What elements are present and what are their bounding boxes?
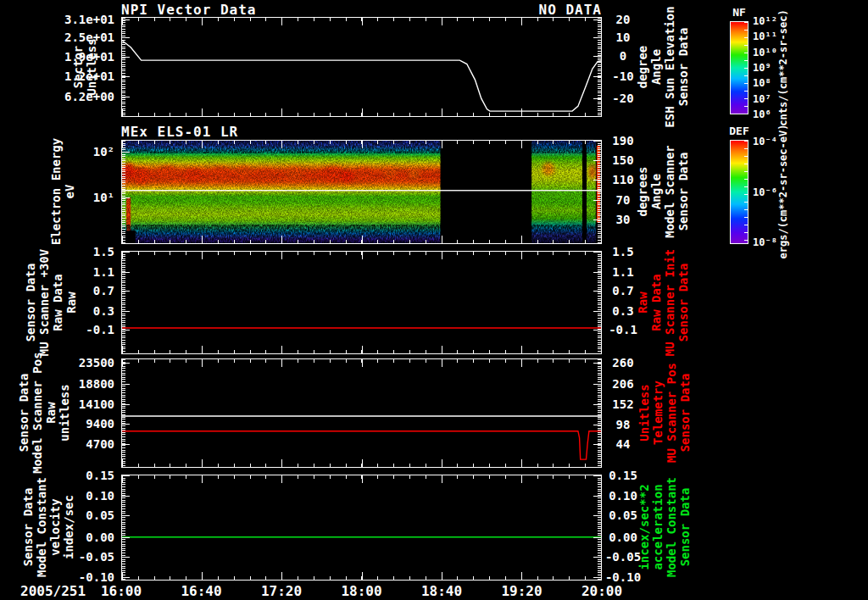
panel-mu-scanner-raw: 1.51.10.70.3-0.11.51.10.70.3-0.1 [121,251,602,354]
axis-label-line: Sensor Data [678,477,692,577]
y-tick-label: 0.00 [609,531,637,544]
axis-label-line: Angle [649,6,663,127]
y-tick-label: 3.1e+01 [64,13,114,26]
axis-label-line: Unitless [85,38,98,95]
panel3-right-axis-label: Sensor DataMU Scanner InitRaw DataRaw [636,249,690,356]
colorbar-tick-label: 10⁶ [753,108,771,120]
panel1-left-axis-label: SectorUnitless [71,38,98,95]
panel-els-spectrogram: 10²10¹1901501107030 [121,140,602,244]
y-tick-label: 10 [616,31,631,44]
axis-label-line: ESH Sun Elevation [663,6,676,127]
y-tick-label: 1.5 [612,245,633,258]
axis-label-line: Sector [71,38,85,95]
y-tick-label: 0.7 [93,284,114,297]
axis-label-line: Raw [636,249,649,356]
y-tick-label: 1.1 [612,265,633,279]
scanner-pos-series [122,359,601,467]
y-tick-label: 0.00 [86,531,114,544]
y-tick-label: 0.3 [93,304,114,318]
panel5-left-axis-label: Sensor DataModel Constantvelocityindex/s… [21,477,75,577]
x-tick-label: 16:00 [101,583,142,599]
x-tick-label: 18:00 [341,583,381,599]
esh-sun-elevation-line [122,41,601,111]
y-tick-label: 23500 [79,356,114,369]
axis-label-line: acceleration [651,477,665,577]
panel1-status-no-data: NO DATA [539,2,602,18]
y-tick-label: 1.1 [93,265,114,279]
colorbar-tick-label: 10¹² [753,15,777,27]
x-axis-tick-labels: 16:0016:4017:2018:0018:4019:2020:00 [121,583,602,600]
y-tick-label: 0.7 [612,284,633,297]
panel3-left-axis-label: Sensor DataMU Scanner +30VRaw DataRaw [24,249,78,356]
colorbar-tick-label: 10⁸ [753,77,771,89]
y-tick-label: 18800 [79,377,114,391]
axis-label-line: degrees [636,145,649,238]
colorbar-def-unit-label: ergs/(cm**2-sr-sec-eV) [777,125,789,259]
panel1-title: NPI Vector Data [121,2,257,18]
colorbar-tick-label: 10⁻⁴ [753,136,777,147]
axis-label-line: MU Scanner Pos [665,363,678,463]
axis-label-line: Sensor Data [17,352,31,473]
axis-label-line: Raw Data [649,249,663,356]
axis-label-line: degree [636,6,649,127]
y-tick-label: -0.10 [605,570,641,584]
panel5-right-axis-label: Sensor DataModel Constantaccelerationinc… [637,477,692,577]
axis-label-line: Raw [44,352,58,473]
axis-label-line: MU Scanner Init [663,249,676,356]
axis-label-line: unitless [58,352,71,473]
colorbar-tick-marks [744,141,748,243]
y-tick-label: 98 [616,418,631,431]
x-tick-label: 18:40 [421,583,462,599]
x-tick-label: 20:00 [581,583,622,599]
panel2-left-axis-label: Electron EnergyeV [49,138,76,245]
axis-label-line: Raw Data [51,249,64,356]
y-tick-label: 152 [612,397,633,411]
mu-scanner-pos-telemetry-line [122,431,601,459]
y-tick-label: 14100 [79,397,114,411]
axis-label-line: index/sec [62,477,75,577]
colorbar-tick-label: 10⁷ [753,93,771,105]
panel2-title: MEx ELS-01 LR [121,124,238,140]
y-tick-label: -0.1 [86,323,114,336]
x-tick-label: 19:20 [501,583,542,599]
y-tick-label: 0.05 [609,508,637,522]
y-tick-label: 0.10 [86,489,114,503]
panel-npi-vector-data: 3.1e+012.5e+011.9e+011.2e+016.2e+0020100… [121,17,602,117]
axis-label-line: Sensor Data [676,145,690,238]
els-spectrogram-image [122,141,601,243]
axis-label-line: Electron Energy [49,138,63,245]
x-tick-label: 16:40 [181,583,221,599]
colorbar-tick-label: 10⁻⁶ [753,186,777,198]
colorbar-nf-title: NF [732,6,746,19]
axis-label-line: Sensor Data [21,477,35,577]
panel-scanner-pos: 235001880014100940047002602061529844 [121,358,602,468]
axis-label-line: eV [63,138,76,245]
axis-label-line: Raw [64,249,78,356]
y-tick-label: 150 [612,153,633,167]
axis-label-line: Angle [649,145,663,238]
y-tick-label: 10¹ [93,191,114,204]
panel4-left-axis-label: Sensor DataModel Scanner PosRawunitless [17,352,71,473]
y-tick-label: -10 [612,69,633,83]
colorbar-tick-marks [744,22,748,114]
y-tick-label: 1.5 [93,245,114,258]
y-tick-label: 20 [616,13,631,26]
x-tick-label: 17:20 [261,583,302,599]
y-tick-label: -0.10 [79,570,114,584]
axis-label-line: Sensor Data [676,249,690,356]
axis-label-line: Telemetry [651,363,665,463]
y-tick-label: 0.3 [612,304,633,318]
y-tick-label: -0.05 [605,550,641,564]
y-tick-label: 206 [612,377,633,391]
y-tick-label: 260 [612,356,633,369]
panel1-right-axis-label: Sensor DataESH Sun ElevationAngledegree [636,6,690,127]
y-tick-label: -0.1 [609,323,637,336]
y-tick-label: 70 [616,193,631,207]
plot-stage: NPI Vector Data NO DATA MEx ELS-01 LR 3.… [0,0,868,600]
panel4-right-axis-label: Sensor DataMU Scanner PosTelemetryUnitle… [637,363,692,463]
colorbar-tick-label: 10¹⁰ [753,47,777,58]
y-tick-label: 0.15 [609,469,637,482]
axis-label-line: Model Constant [35,477,48,577]
y-tick-label: 0.10 [609,489,637,503]
axis-label-line: velocity [48,477,62,577]
